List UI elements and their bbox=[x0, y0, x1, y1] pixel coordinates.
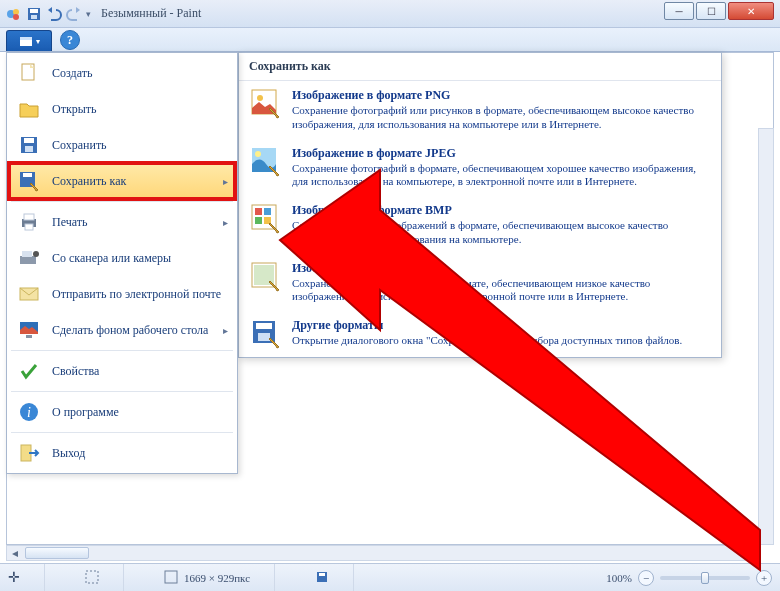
open-icon bbox=[16, 96, 42, 122]
zoom-slider-thumb[interactable] bbox=[701, 572, 709, 584]
window-controls: ─ ☐ ✕ bbox=[664, 2, 774, 20]
chevron-down-icon: ▾ bbox=[36, 37, 40, 46]
svg-rect-18 bbox=[22, 251, 32, 257]
zoom-out-button[interactable]: − bbox=[638, 570, 654, 586]
qat-dropdown-icon[interactable]: ▾ bbox=[86, 9, 91, 19]
desktop-icon bbox=[16, 317, 42, 343]
svg-point-19 bbox=[33, 251, 39, 257]
maximize-button[interactable]: ☐ bbox=[696, 2, 726, 20]
save-as-png[interactable]: Изображение в формате PNG Сохранение фот… bbox=[239, 81, 721, 139]
menu-label: Создать bbox=[52, 66, 228, 81]
status-bar: ✛ 1669 × 929пкс 100% − + bbox=[0, 563, 780, 591]
horizontal-scrollbar[interactable]: ◂ ▸ bbox=[6, 545, 754, 561]
menu-label: Со сканера или камеры bbox=[52, 251, 228, 266]
redo-icon[interactable] bbox=[66, 6, 82, 22]
menu-divider bbox=[11, 201, 233, 202]
svg-rect-16 bbox=[25, 224, 33, 230]
menu-item-exit[interactable]: Выход bbox=[9, 435, 235, 471]
dimensions-text: 1669 × 929пкс bbox=[184, 572, 250, 584]
undo-icon[interactable] bbox=[46, 6, 62, 22]
scanner-icon bbox=[16, 245, 42, 271]
svg-rect-5 bbox=[31, 15, 37, 19]
other-formats-icon bbox=[250, 318, 282, 350]
save-as-bmp[interactable]: Изображение в формате BMP Сохранение люб… bbox=[239, 196, 721, 254]
menu-item-email[interactable]: Отправить по электронной почте bbox=[9, 276, 235, 312]
close-button[interactable]: ✕ bbox=[728, 2, 774, 20]
save-as-header: Сохранить как bbox=[239, 53, 721, 81]
save-icon[interactable] bbox=[26, 6, 42, 22]
save-as-jpeg[interactable]: Изображение в формате JPEG Сохранение фо… bbox=[239, 139, 721, 197]
zoom-in-button[interactable]: + bbox=[756, 570, 772, 586]
svg-rect-7 bbox=[20, 37, 32, 40]
scroll-right-icon[interactable]: ▸ bbox=[737, 546, 753, 560]
chevron-right-icon: ▸ bbox=[223, 217, 228, 228]
menu-item-about[interactable]: i О программе bbox=[9, 394, 235, 430]
exit-icon bbox=[16, 440, 42, 466]
save-as-other[interactable]: Другие форматы Открытие диалогового окна… bbox=[239, 311, 721, 357]
zoom-slider[interactable] bbox=[660, 576, 750, 580]
status-dimensions: 1669 × 929пкс bbox=[164, 564, 275, 591]
menu-divider bbox=[11, 350, 233, 351]
save-as-gif[interactable]: Изображение в формате GIF Сохранение про… bbox=[239, 254, 721, 312]
menu-label: Сделать фоном рабочего стола bbox=[52, 323, 213, 338]
new-icon bbox=[16, 60, 42, 86]
menu-item-save[interactable]: Сохранить bbox=[9, 127, 235, 163]
menu-label: Открыть bbox=[52, 102, 228, 117]
svg-point-27 bbox=[257, 95, 263, 101]
save-as-item-desc: Сохранение простых рисунков в формате, о… bbox=[292, 277, 710, 305]
help-button[interactable]: ? bbox=[60, 30, 80, 50]
vertical-scrollbar[interactable] bbox=[758, 128, 774, 545]
svg-rect-32 bbox=[264, 208, 271, 215]
scroll-left-icon[interactable]: ◂ bbox=[7, 546, 23, 560]
menu-label: Отправить по электронной почте bbox=[52, 287, 228, 302]
svg-rect-15 bbox=[24, 214, 34, 220]
disk-icon bbox=[315, 570, 329, 586]
menu-item-properties[interactable]: Свойства bbox=[9, 353, 235, 389]
svg-rect-10 bbox=[24, 138, 34, 143]
menu-label: О программе bbox=[52, 405, 228, 420]
svg-rect-33 bbox=[255, 217, 262, 224]
menu-label: Свойства bbox=[52, 364, 228, 379]
svg-rect-11 bbox=[25, 146, 33, 152]
scrollbar-thumb[interactable] bbox=[25, 547, 89, 559]
menu-divider bbox=[11, 391, 233, 392]
png-icon bbox=[250, 88, 282, 120]
save-icon bbox=[16, 132, 42, 158]
menu-item-open[interactable]: Открыть bbox=[9, 91, 235, 127]
svg-rect-42 bbox=[165, 571, 177, 583]
menu-item-save-as[interactable]: Сохранить как ▸ bbox=[9, 163, 235, 199]
zoom-text: 100% bbox=[606, 572, 632, 584]
menu-divider bbox=[11, 432, 233, 433]
menu-label: Сохранить как bbox=[52, 174, 213, 189]
quick-access-toolbar: ▾ bbox=[6, 6, 91, 22]
menu-item-desktop-bg[interactable]: Сделать фоном рабочего стола ▸ bbox=[9, 312, 235, 348]
cursor-pos-icon: ✛ bbox=[8, 569, 20, 586]
svg-text:i: i bbox=[27, 405, 31, 420]
bmp-icon bbox=[250, 203, 282, 235]
file-icon bbox=[19, 35, 33, 47]
menu-item-scanner[interactable]: Со сканера или камеры bbox=[9, 240, 235, 276]
menu-label: Сохранить bbox=[52, 138, 228, 153]
titlebar: ▾ Безымянный - Paint ─ ☐ ✕ bbox=[0, 0, 780, 28]
jpeg-icon bbox=[250, 146, 282, 178]
selection-icon bbox=[85, 570, 99, 586]
save-as-item-title: Изображение в формате GIF bbox=[292, 261, 710, 276]
menu-item-print[interactable]: Печать ▸ bbox=[9, 204, 235, 240]
gif-icon bbox=[250, 261, 282, 293]
file-tab[interactable]: ▾ bbox=[6, 30, 52, 51]
menu-label: Выход bbox=[52, 446, 228, 461]
svg-rect-38 bbox=[256, 323, 272, 329]
save-as-icon bbox=[16, 168, 42, 194]
ribbon-bar: ▾ ? bbox=[0, 28, 780, 52]
svg-rect-17 bbox=[20, 256, 36, 264]
svg-rect-4 bbox=[30, 9, 38, 13]
save-as-item-desc: Сохранение фотографий или рисунков в фор… bbox=[292, 104, 710, 132]
save-as-item-title: Другие форматы bbox=[292, 318, 710, 333]
minimize-button[interactable]: ─ bbox=[664, 2, 694, 20]
menu-item-new[interactable]: Создать bbox=[9, 55, 235, 91]
svg-rect-44 bbox=[319, 573, 325, 576]
save-as-item-title: Изображение в формате JPEG bbox=[292, 146, 710, 161]
properties-icon bbox=[16, 358, 42, 384]
save-as-item-desc: Сохранение фотографий в формате, обеспеч… bbox=[292, 162, 710, 190]
email-icon bbox=[16, 281, 42, 307]
